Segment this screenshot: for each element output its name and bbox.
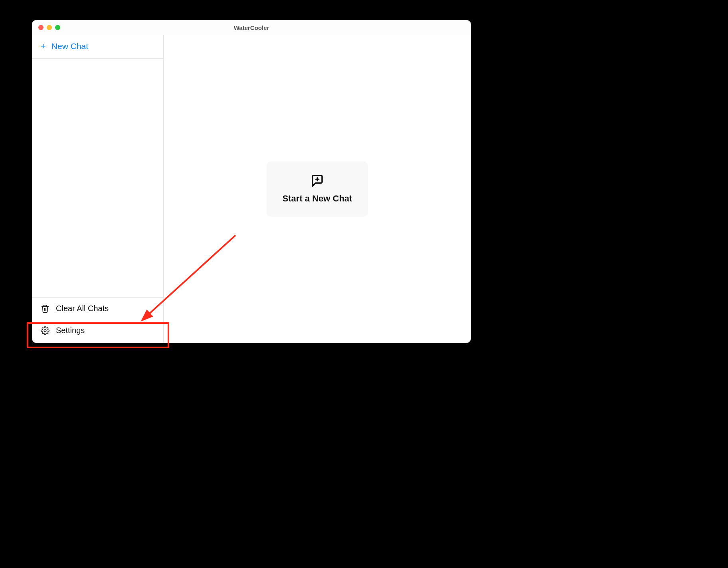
close-button[interactable] [38, 25, 44, 30]
start-new-chat-card[interactable]: Start a New Chat [267, 162, 368, 217]
app-window: WaterCooler + New Chat Clear All Cha [32, 20, 471, 343]
titlebar: WaterCooler [32, 20, 471, 35]
trash-icon [41, 304, 49, 313]
start-new-chat-label: Start a New Chat [283, 193, 352, 204]
chat-plus-icon [310, 174, 324, 188]
main-area: Start a New Chat [164, 35, 471, 343]
settings-button[interactable]: Settings [32, 320, 163, 343]
new-chat-label: New Chat [51, 41, 88, 51]
sidebar-bottom: Clear All Chats Settings [32, 297, 163, 343]
content: + New Chat Clear All Chats [32, 35, 471, 343]
gear-icon [41, 326, 49, 335]
clear-all-chats-label: Clear All Chats [56, 304, 109, 313]
traffic-lights [38, 25, 60, 30]
chat-list-empty [32, 59, 163, 297]
settings-label: Settings [56, 326, 85, 335]
new-chat-button[interactable]: + New Chat [32, 35, 163, 59]
window-title: WaterCooler [234, 24, 269, 31]
plus-icon: + [41, 42, 46, 51]
clear-all-chats-button[interactable]: Clear All Chats [32, 298, 163, 320]
maximize-button[interactable] [55, 25, 60, 30]
sidebar: + New Chat Clear All Chats [32, 35, 164, 343]
minimize-button[interactable] [47, 25, 52, 30]
svg-point-2 [44, 329, 46, 332]
